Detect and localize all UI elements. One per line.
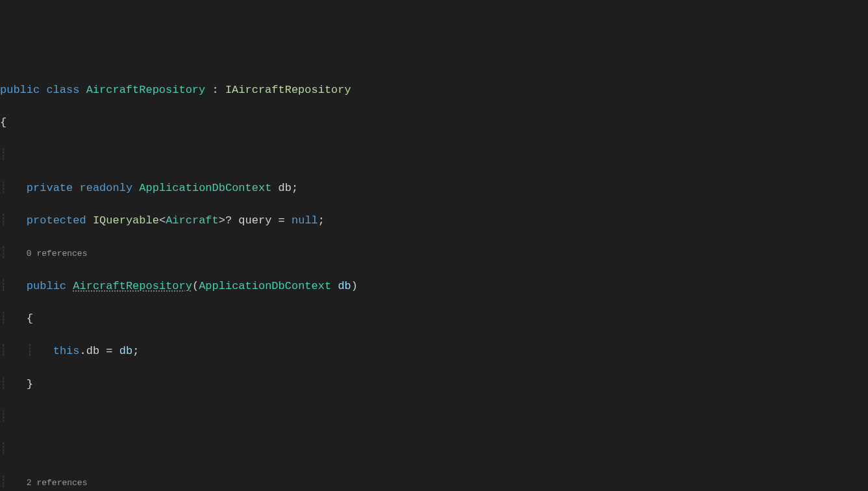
- indent-guide: ┊: [0, 410, 6, 423]
- indent-guide: ┊: [0, 149, 6, 161]
- interface-identifier: IAircraftRepository: [225, 84, 351, 96]
- keyword: public: [27, 280, 66, 292]
- indent-guide: ┊: [0, 312, 6, 325]
- indent-guide: ┊: [27, 345, 33, 357]
- indent-guide: ┊: [0, 247, 6, 259]
- code-line[interactable]: ┊: [0, 147, 868, 163]
- code-line[interactable]: ┊ protected IQueryable<Aircraft>? query …: [0, 212, 868, 229]
- punctuation: .: [80, 345, 86, 357]
- punctuation: >: [219, 214, 225, 227]
- keyword: null: [291, 214, 318, 227]
- brace: {: [0, 116, 6, 129]
- field-identifier: db: [279, 182, 291, 194]
- code-line[interactable]: ┊ {: [0, 310, 868, 327]
- keyword: private: [27, 182, 73, 194]
- indent-guide: ┊: [0, 476, 6, 488]
- type-identifier: IQueryable: [93, 214, 159, 227]
- codelens-references[interactable]: 0 references: [27, 249, 88, 258]
- field-identifier: query: [238, 214, 271, 227]
- code-line[interactable]: ┊ private readonly ApplicationDbContext …: [0, 180, 868, 196]
- keyword: class: [46, 84, 79, 96]
- punctuation: ?: [225, 214, 232, 227]
- codelens-references[interactable]: 2 references: [27, 478, 88, 488]
- punctuation: =: [99, 345, 119, 357]
- code-line[interactable]: {: [0, 114, 868, 131]
- field-identifier: db: [86, 345, 99, 357]
- punctuation: :: [205, 84, 225, 96]
- type-identifier: ApplicationDbContext: [139, 182, 271, 194]
- code-line[interactable]: ┊: [0, 409, 868, 425]
- code-line[interactable]: ┊: [0, 441, 868, 457]
- parameter: db: [338, 280, 351, 292]
- code-editor[interactable]: public class AircraftRepository : IAircr…: [0, 66, 868, 491]
- punctuation: ;: [318, 214, 325, 227]
- type-identifier: ApplicationDbContext: [199, 280, 331, 292]
- indent-guide: ┊: [0, 280, 6, 292]
- type-identifier: Aircraft: [166, 214, 219, 227]
- code-line[interactable]: public class AircraftRepository : IAircr…: [0, 82, 868, 98]
- punctuation: (: [192, 280, 199, 292]
- indent-guide: ┊: [0, 378, 6, 390]
- brace: }: [27, 378, 33, 390]
- punctuation: ;: [291, 182, 298, 194]
- punctuation: <: [159, 214, 166, 227]
- punctuation: ;: [132, 345, 139, 357]
- codelens-line[interactable]: ┊ 0 references: [0, 245, 868, 261]
- code-line[interactable]: ┊ }: [0, 376, 868, 392]
- code-line[interactable]: ┊ ┊ this.db = db;: [0, 343, 868, 359]
- codelens-line[interactable]: ┊ 2 references: [0, 474, 868, 490]
- indent-guide: ┊: [0, 443, 6, 455]
- keyword: readonly: [79, 182, 132, 194]
- keyword: this: [53, 345, 80, 357]
- constructor-name: AircraftRepository: [73, 280, 192, 292]
- brace: {: [27, 312, 33, 325]
- indent-guide: ┊: [0, 214, 6, 227]
- class-identifier: AircraftRepository: [86, 84, 206, 96]
- parameter: db: [119, 345, 132, 357]
- punctuation: =: [271, 214, 291, 227]
- punctuation: ): [351, 280, 358, 292]
- indent-guide: ┊: [0, 345, 6, 357]
- keyword: public: [0, 84, 40, 96]
- code-line[interactable]: ┊ public AircraftRepository(ApplicationD…: [0, 278, 868, 294]
- keyword: protected: [27, 214, 86, 227]
- indent-guide: ┊: [0, 182, 6, 194]
